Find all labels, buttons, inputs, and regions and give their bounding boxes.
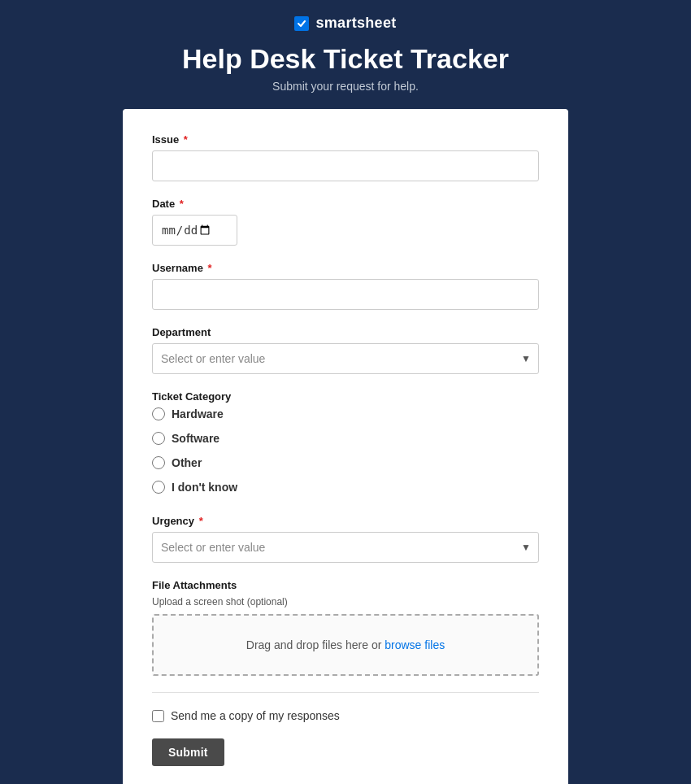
date-required-marker: * <box>176 198 184 210</box>
urgency-select[interactable]: Select or enter value Low Medium High Cr… <box>152 532 539 563</box>
page-subtitle: Submit your request for help. <box>272 80 419 93</box>
date-wrapper <box>152 215 237 246</box>
urgency-select-wrapper: Select or enter value Low Medium High Cr… <box>152 532 539 563</box>
date-input[interactable] <box>152 215 237 246</box>
date-field-group: Date * <box>152 198 539 246</box>
department-label: Department <box>152 326 539 338</box>
form-card: Issue * Date * Username * Department Sel… <box>123 109 568 784</box>
radio-idontknow[interactable]: I don't know <box>152 481 539 494</box>
file-attachments-label: File Attachments <box>152 579 539 591</box>
radio-hardware[interactable]: Hardware <box>152 407 539 420</box>
logo-text: smartsheet <box>315 15 396 32</box>
username-input[interactable] <box>152 279 539 310</box>
submit-button[interactable]: Submit <box>152 738 224 766</box>
username-required-marker: * <box>205 262 212 274</box>
file-drop-zone[interactable]: Drag and drop files here or browse files <box>152 614 539 676</box>
file-subtitle: Upload a screen shot (optional) <box>152 596 539 608</box>
radio-software[interactable]: Software <box>152 432 539 445</box>
issue-label: Issue * <box>152 133 539 146</box>
urgency-field-group: Urgency * Select or enter value Low Medi… <box>152 515 539 563</box>
ticket-category-label: Ticket Category <box>152 390 539 403</box>
dropzone-text: Drag and drop files here or <box>246 638 385 651</box>
username-field-group: Username * <box>152 262 539 310</box>
file-attachments-group: File Attachments Upload a screen shot (o… <box>152 579 539 676</box>
username-label: Username * <box>152 262 539 274</box>
copy-checkbox-label[interactable]: Send me a copy of my responses <box>171 709 340 722</box>
page-title: Help Desk Ticket Tracker <box>182 43 509 75</box>
issue-input[interactable] <box>152 150 539 181</box>
copy-checkbox-row: Send me a copy of my responses <box>152 709 539 722</box>
department-select-wrapper: Select or enter value IT HR Finance Mark… <box>152 343 539 374</box>
department-field-group: Department Select or enter value IT HR F… <box>152 326 539 374</box>
form-divider <box>152 692 539 693</box>
issue-field-group: Issue * <box>152 133 539 181</box>
radio-hardware-input[interactable] <box>152 407 165 420</box>
department-select[interactable]: Select or enter value IT HR Finance Mark… <box>152 343 539 374</box>
radio-idontknow-label: I don't know <box>172 481 237 494</box>
issue-required-marker: * <box>180 133 188 146</box>
copy-checkbox-input[interactable] <box>152 710 164 722</box>
radio-other-input[interactable] <box>152 456 165 469</box>
urgency-required-marker: * <box>196 515 203 527</box>
radio-other[interactable]: Other <box>152 456 539 469</box>
radio-software-input[interactable] <box>152 432 165 445</box>
radio-other-label: Other <box>172 456 202 469</box>
radio-software-label: Software <box>172 432 219 445</box>
logo-area: smartsheet <box>294 15 396 32</box>
page-header: smartsheet Help Desk Ticket Tracker Subm… <box>0 0 691 109</box>
radio-idontknow-input[interactable] <box>152 481 165 494</box>
date-label: Date * <box>152 198 539 210</box>
browse-files-link[interactable]: browse files <box>385 638 445 651</box>
smartsheet-logo-icon <box>294 16 309 31</box>
ticket-category-field-group: Ticket Category Hardware Software Other … <box>152 390 539 499</box>
radio-hardware-label: Hardware <box>172 407 224 420</box>
ticket-category-radio-group: Hardware Software Other I don't know <box>152 407 539 499</box>
urgency-label: Urgency * <box>152 515 539 527</box>
